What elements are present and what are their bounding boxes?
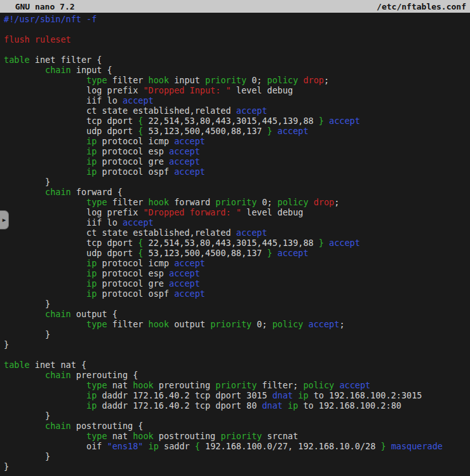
code-token: input [169, 75, 205, 85]
code-token: protocol gre [97, 156, 169, 167]
code-line: ip protocol esp accept [4, 146, 470, 156]
code-token: accept [169, 268, 200, 278]
code-token: accept [278, 126, 309, 136]
code-line: } [4, 339, 470, 350]
code-line: ct state established,related accept [4, 228, 470, 238]
code-token: prerouting { [71, 370, 138, 380]
code-token: accept [329, 116, 360, 126]
code-token: accept [329, 238, 360, 248]
code-token: filter [107, 197, 149, 207]
code-token: } [4, 339, 9, 350]
code-token: table [4, 55, 30, 65]
code-token: iif lo [4, 95, 123, 105]
code-token: ip [86, 258, 97, 268]
code-token [4, 75, 86, 85]
terminal-window: GNU nano 7.2 /etc/nftables.conf #!/usr/s… [0, 0, 470, 476]
code-token: daddr 172.16.40.2 tcp dport 80 [97, 400, 262, 411]
code-token [272, 126, 278, 136]
code-token: ip [86, 390, 97, 400]
code-token: } [267, 126, 272, 136]
code-token [4, 421, 45, 431]
code-line: } [4, 299, 470, 309]
code-token [309, 197, 314, 207]
code-token: ip [86, 146, 97, 156]
code-token: hook [133, 431, 154, 441]
code-token: ip [86, 167, 97, 177]
code-token [324, 116, 329, 126]
code-token: postrouting { [71, 421, 144, 431]
code-token: } [4, 299, 50, 309]
code-token: chain [45, 370, 71, 380]
code-token: inet nat { [30, 360, 86, 370]
code-token: output [169, 319, 210, 329]
code-token: ct state established,related [4, 105, 236, 116]
code-line: iif lo accept [4, 217, 470, 228]
code-line: ip protocol gre accept [4, 156, 470, 167]
code-line: type filter hook output priority 0; poli… [4, 319, 470, 329]
code-token: input { [71, 65, 112, 75]
code-token [4, 380, 86, 390]
code-token: forward [169, 197, 215, 207]
code-line: ip protocol gre accept [4, 278, 470, 289]
side-panel-handle[interactable]: ▶ [0, 210, 9, 229]
code-token: policy [303, 380, 334, 390]
code-line: chain input { [4, 65, 470, 75]
code-line [4, 24, 470, 34]
code-token: "Dropped forward: " [143, 207, 241, 217]
code-token [4, 309, 45, 319]
code-token [4, 258, 86, 268]
code-line: chain output { [4, 309, 470, 319]
code-token: chain [45, 187, 71, 197]
code-line: chain prerouting { [4, 370, 470, 380]
code-token: 53,123,500,4500,88,137 [143, 126, 267, 136]
code-line: type filter hook input priority 0; polic… [4, 75, 470, 85]
code-token: udp dport [4, 126, 138, 136]
code-token: type [86, 319, 107, 329]
code-line: tcp dport { 22,514,53,80,443,3015,445,13… [4, 238, 470, 248]
code-token [4, 167, 86, 177]
code-token: protocol ospf [97, 289, 174, 299]
code-line: flush ruleset [4, 34, 470, 44]
code-token: log prefix [4, 85, 143, 95]
code-line: } [4, 451, 470, 461]
code-token: policy [272, 319, 304, 329]
code-line: ip protocol icmp accept [4, 258, 470, 268]
code-token: forward { [71, 187, 123, 197]
code-line: ip daddr 172.16.40.2 tcp dport 3015 dnat… [4, 390, 470, 400]
code-line: type filter hook forward priority 0; pol… [4, 197, 470, 207]
code-token: } [4, 177, 50, 187]
code-token: accept [236, 228, 267, 238]
code-token: ip [86, 289, 97, 299]
code-token [4, 278, 86, 289]
code-token: hook [149, 319, 170, 329]
code-token: protocol icmp [97, 136, 174, 146]
code-token: accept [309, 319, 340, 329]
code-token: protocol esp [97, 146, 169, 156]
code-line: } [4, 461, 470, 472]
code-token: postrouting [154, 431, 221, 441]
code-token: level debug [241, 207, 304, 217]
code-token: daddr 172.16.40.2 tcp dport 3015 [97, 390, 272, 400]
code-token: ip [149, 441, 159, 451]
code-token: ip [86, 268, 97, 278]
code-token: } [319, 238, 324, 248]
code-token: priority [220, 431, 262, 441]
code-token: accept [123, 95, 154, 105]
code-token: masquerade [391, 441, 443, 451]
code-token: chain [45, 309, 71, 319]
code-line: chain postrouting { [4, 421, 470, 431]
code-token: } [4, 411, 50, 421]
code-token: hook [149, 197, 170, 207]
code-token: filter [107, 75, 149, 85]
editor[interactable]: #!/usr/sbin/nft -f flush ruleset table i… [4, 14, 470, 476]
code-token: ; [324, 75, 329, 85]
code-line: oif "ens18" ip saddr { 192.168.100.0/27,… [4, 441, 470, 451]
code-token: protocol icmp [97, 258, 174, 268]
code-token: ip [298, 390, 308, 400]
code-token: type [86, 75, 107, 85]
code-token: drop [303, 75, 324, 85]
code-token: srcnat [262, 431, 298, 441]
code-line: chain forward { [4, 187, 470, 197]
code-token [143, 441, 148, 451]
code-token: tcp dport [4, 116, 138, 126]
